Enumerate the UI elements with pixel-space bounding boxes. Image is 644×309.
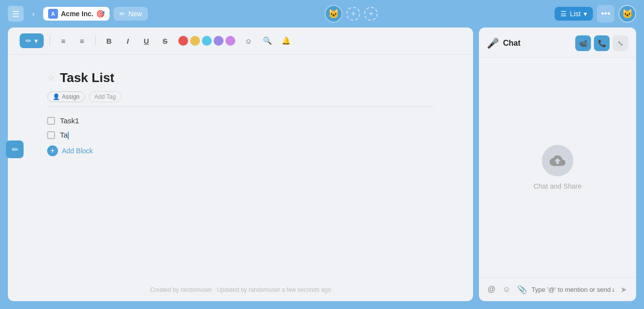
- workspace-icon: A: [48, 9, 58, 19]
- doc-title-row: ☆ Task List: [47, 70, 434, 85]
- center-avatar[interactable]: 🐱: [325, 5, 342, 23]
- back-icon: ‹: [32, 10, 35, 18]
- assign-label: Assign: [62, 93, 80, 100]
- new-icon: ✏: [119, 10, 125, 18]
- task-text-2: Ta: [60, 131, 69, 140]
- workspace-badge[interactable]: A Acme Inc. 🎯: [43, 7, 110, 21]
- bold-button[interactable]: B: [102, 33, 116, 48]
- color-yellow[interactable]: [190, 36, 200, 46]
- assign-icon: 👤: [53, 93, 60, 100]
- chat-body: Chat and Share: [479, 57, 636, 277]
- mention-button[interactable]: @: [486, 282, 497, 296]
- dropdown-icon: ▾: [584, 10, 587, 18]
- underline-button[interactable]: U: [139, 33, 154, 48]
- attach-button[interactable]: 📎: [516, 282, 528, 296]
- nav-left: ☰ ‹ A Acme Inc. 🎯 ✏ New: [8, 6, 148, 22]
- toolbar-divider-2: [95, 36, 96, 46]
- bell-button[interactable]: 🔔: [279, 33, 293, 48]
- bell-icon: 🔔: [281, 36, 291, 45]
- star-icon[interactable]: ☆: [47, 73, 55, 84]
- color-violet[interactable]: [225, 36, 235, 46]
- chat-panel: 🎤 Chat 📹 📞 ⤡ Chat and Sh: [479, 28, 636, 301]
- task-checkbox-1[interactable]: [47, 117, 55, 125]
- send-button[interactable]: ➤: [618, 282, 629, 296]
- doc-title: Task List: [60, 70, 114, 85]
- add-block-button[interactable]: + Add Block: [47, 145, 93, 156]
- chat-footer: @ ☺ 📎 ➤: [479, 277, 636, 301]
- list-icon: ☰: [560, 10, 567, 18]
- new-button[interactable]: ✏ New: [113, 7, 148, 21]
- task-text-1: Task1: [60, 116, 79, 125]
- assign-button[interactable]: 👤 Assign: [47, 91, 85, 102]
- search-icon: 🔍: [263, 36, 272, 45]
- colors-group: [178, 36, 235, 46]
- upload-icon: [542, 145, 573, 176]
- doc-meta-row: 👤 Assign Add Tag: [47, 91, 434, 102]
- chat-header: 🎤 Chat 📹 📞 ⤡: [479, 28, 636, 57]
- chat-icon: 🎤: [487, 37, 499, 49]
- add-tag-label: Add Tag: [94, 93, 116, 100]
- type-selector-button[interactable]: ✏ ▾: [20, 33, 44, 48]
- phone-call-button[interactable]: 📞: [594, 35, 610, 51]
- mention-icon: @: [487, 285, 495, 294]
- add-plus-icon-2: +: [369, 9, 373, 18]
- footer-text: Created by randomuser · Updated by rando…: [150, 286, 331, 293]
- workspace-emoji: 🎯: [96, 10, 105, 18]
- toolbar: ✏ ▾ ≡ ≡ B I U S: [8, 28, 473, 55]
- hamburger-button[interactable]: ☰: [8, 6, 24, 22]
- chat-actions: 📹 📞 ⤡: [575, 35, 628, 51]
- toolbar-divider-1: [50, 36, 50, 46]
- align-left-icon: ≡: [61, 37, 66, 45]
- chat-title-row: 🎤 Chat: [487, 37, 521, 49]
- align-right-icon: ≡: [80, 37, 84, 45]
- hamburger-icon: ☰: [12, 9, 19, 19]
- add-block-label: Add Block: [62, 147, 93, 155]
- emoji-icon: ☺: [245, 37, 252, 45]
- floating-edit-button[interactable]: ✏: [6, 140, 24, 158]
- chat-input[interactable]: [532, 286, 614, 293]
- upload-svg: [550, 153, 565, 169]
- document-body: ☆ Task List 👤 Assign Add Tag Task1 Ta: [8, 55, 473, 279]
- attach-icon: 📎: [517, 285, 527, 294]
- video-call-button[interactable]: 📹: [575, 35, 591, 51]
- add-space-button-2[interactable]: +: [364, 7, 378, 21]
- task-item-2: Ta: [47, 131, 434, 140]
- list-label: List: [570, 10, 581, 18]
- chat-placeholder: Chat and Share: [533, 182, 582, 190]
- search-button[interactable]: 🔍: [260, 33, 275, 48]
- align-left-button[interactable]: ≡: [56, 33, 71, 48]
- color-cyan[interactable]: [202, 36, 212, 46]
- back-button[interactable]: ‹: [28, 8, 39, 20]
- task-item: Task1: [47, 116, 434, 125]
- chat-title: Chat: [503, 39, 521, 48]
- italic-button[interactable]: I: [120, 33, 135, 48]
- add-space-button-1[interactable]: +: [346, 7, 360, 21]
- emoji-button[interactable]: ☺: [241, 33, 256, 48]
- align-right-button[interactable]: ≡: [75, 33, 89, 48]
- content-divider: [47, 106, 434, 107]
- type-selector-icon: ✏: [26, 37, 31, 45]
- list-view-button[interactable]: ☰ List ▾: [555, 7, 593, 21]
- user-avatar[interactable]: 🐱: [618, 5, 636, 23]
- add-tag-button[interactable]: Add Tag: [89, 91, 121, 102]
- top-nav: ☰ ‹ A Acme Inc. 🎯 ✏ New 🐱 + + ☰: [0, 0, 644, 28]
- more-options-button[interactable]: •••: [597, 5, 615, 23]
- add-block-icon: +: [47, 145, 58, 156]
- document-panel: ✏ ▾ ≡ ≡ B I U S: [8, 28, 473, 301]
- color-red[interactable]: [178, 36, 188, 46]
- doc-footer: Created by randomuser · Updated by rando…: [8, 279, 473, 301]
- collapse-chat-button[interactable]: ⤡: [613, 35, 628, 51]
- color-purple[interactable]: [214, 36, 224, 46]
- main-content: ✏ ✏ ▾ ≡ ≡ B I U: [0, 28, 644, 309]
- strikethrough-button[interactable]: S: [158, 33, 172, 48]
- add-plus-icon-1: +: [351, 9, 356, 18]
- chat-emoji-button[interactable]: ☺: [501, 282, 512, 296]
- new-label: New: [128, 10, 142, 18]
- strikethrough-icon: S: [163, 37, 168, 45]
- task-checkbox-2[interactable]: [47, 131, 55, 139]
- workspace-name: Acme Inc.: [61, 10, 93, 18]
- type-selector-dropdown: ▾: [34, 37, 38, 45]
- nav-right: ☰ List ▾ ••• 🐱: [555, 5, 636, 23]
- more-icon: •••: [601, 9, 611, 19]
- floating-edit-icon: ✏: [12, 145, 18, 154]
